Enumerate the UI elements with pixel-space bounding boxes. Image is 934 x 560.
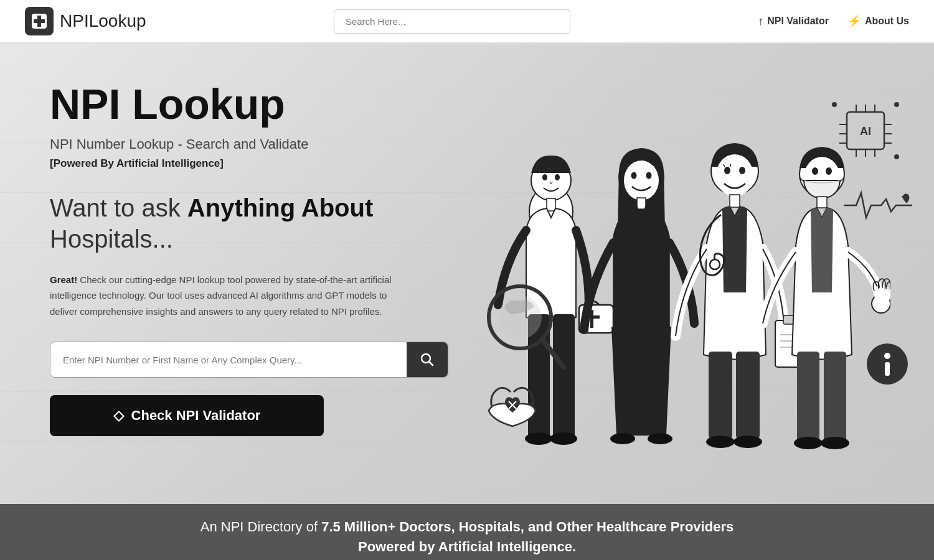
svg-point-25 bbox=[542, 174, 547, 180]
info-badge-icon bbox=[866, 342, 909, 386]
svg-point-62 bbox=[826, 167, 832, 175]
footer-line2: Powered by Artificial Intelligence. bbox=[358, 539, 576, 555]
svg-point-26 bbox=[555, 174, 560, 180]
hero-search-input[interactable] bbox=[50, 345, 407, 375]
magnifying-glass-icon bbox=[486, 283, 567, 376]
svg-rect-39 bbox=[637, 198, 646, 209]
svg-point-44 bbox=[724, 167, 730, 174]
hero-description: Great! Check our cutting-edge NPI lookup… bbox=[50, 272, 411, 320]
svg-point-38 bbox=[646, 172, 652, 179]
svg-rect-2 bbox=[34, 19, 45, 23]
hero-question-suffix: Hospitals... bbox=[50, 225, 173, 253]
svg-point-51 bbox=[706, 436, 735, 448]
hero-search-bar bbox=[50, 342, 448, 378]
logo-icon bbox=[25, 7, 54, 35]
svg-rect-83 bbox=[885, 362, 890, 376]
hero-question: Want to ask Anything About Hospitals... bbox=[50, 192, 448, 254]
svg-point-52 bbox=[734, 436, 762, 448]
svg-point-82 bbox=[884, 353, 890, 359]
svg-point-41 bbox=[648, 433, 672, 444]
svg-rect-67 bbox=[824, 352, 846, 442]
hero-description-text: Check our cutting-edge NPI lookup tool p… bbox=[50, 274, 392, 317]
svg-point-20 bbox=[894, 102, 899, 107]
footer-line1-prefix: An NPI Directory of bbox=[200, 519, 321, 534]
nav-item-about-us[interactable]: ⚡ About Us bbox=[847, 14, 909, 28]
svg-point-61 bbox=[812, 167, 818, 175]
hero-description-bold: Great! bbox=[50, 274, 77, 285]
svg-rect-50 bbox=[736, 352, 760, 439]
svg-rect-27 bbox=[547, 198, 555, 211]
svg-line-72 bbox=[878, 288, 879, 296]
header-search-area bbox=[334, 9, 570, 34]
nav-item-npi-validator[interactable]: ↑ NPI Validator bbox=[758, 15, 829, 28]
svg-point-68 bbox=[794, 437, 823, 449]
svg-line-78 bbox=[543, 340, 564, 367]
footer-line1-bold: 7.5 Million+ Doctors, Hospitals, and Oth… bbox=[321, 519, 734, 534]
header: NPILookup ↑ NPI Validator ⚡ About Us bbox=[0, 0, 934, 44]
header-search-input[interactable] bbox=[334, 9, 570, 34]
svg-rect-66 bbox=[797, 352, 819, 442]
svg-point-31 bbox=[550, 432, 577, 445]
svg-rect-48 bbox=[730, 195, 740, 207]
svg-point-36 bbox=[624, 161, 659, 200]
hero-question-bold: Anything About bbox=[187, 194, 373, 222]
svg-rect-49 bbox=[709, 352, 732, 439]
logo-text: NPILookup bbox=[60, 11, 146, 31]
search-icon bbox=[420, 353, 434, 366]
about-us-icon: ⚡ bbox=[847, 14, 861, 28]
svg-point-43 bbox=[716, 154, 753, 197]
hero-subtitle: NPI Number Lookup - Search and Validate bbox=[50, 136, 448, 152]
svg-line-75 bbox=[888, 291, 890, 299]
svg-point-45 bbox=[739, 167, 745, 174]
hero-title: NPI Lookup bbox=[50, 81, 448, 128]
hero-powered: [Powered By Artificial Intelligence] bbox=[50, 157, 448, 170]
logo-area: NPILookup bbox=[25, 7, 146, 35]
footer-line1: An NPI Directory of 7.5 Million+ Doctors… bbox=[200, 519, 734, 535]
cta-icon: ◇ bbox=[113, 408, 124, 424]
npi-validator-icon: ↑ bbox=[758, 15, 763, 28]
hero-section: NPI Lookup NPI Number Lookup - Search an… bbox=[0, 44, 934, 504]
header-nav: ↑ NPI Validator ⚡ About Us bbox=[758, 14, 909, 28]
nav-label-about-us: About Us bbox=[865, 16, 909, 27]
check-npi-validator-button[interactable]: ◇ Check NPI Validator bbox=[50, 395, 324, 436]
svg-line-4 bbox=[430, 362, 433, 366]
hero-illustration: AI bbox=[467, 68, 915, 492]
cta-label: Check NPI Validator bbox=[131, 408, 261, 424]
hero-content: NPI Lookup NPI Number Lookup - Search an… bbox=[50, 81, 448, 436]
footer-banner: An NPI Directory of 7.5 Million+ Doctors… bbox=[0, 504, 934, 560]
hero-search-button[interactable] bbox=[407, 342, 448, 377]
svg-rect-65 bbox=[817, 197, 827, 208]
svg-point-40 bbox=[610, 433, 635, 444]
heart-hands-icon bbox=[483, 370, 542, 429]
svg-point-22 bbox=[894, 154, 899, 159]
nav-label-npi-validator: NPI Validator bbox=[767, 16, 829, 27]
svg-line-74 bbox=[885, 289, 887, 297]
svg-point-37 bbox=[631, 172, 637, 179]
hero-question-prefix: Want to ask bbox=[50, 194, 187, 222]
svg-point-69 bbox=[821, 437, 849, 449]
svg-point-30 bbox=[525, 432, 552, 445]
